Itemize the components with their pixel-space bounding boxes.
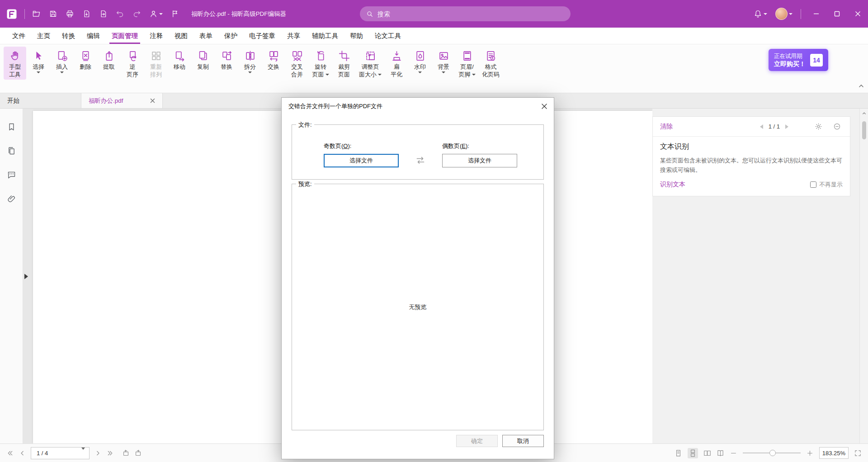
search-box[interactable]	[360, 6, 571, 21]
account-button[interactable]	[774, 7, 793, 21]
reverse-order-icon	[127, 49, 139, 63]
next-page-button[interactable]	[94, 449, 102, 457]
book-view-button[interactable]	[717, 449, 724, 457]
panel-expand-handle[interactable]	[24, 274, 28, 279]
cancel-button[interactable]: 取消	[502, 435, 544, 447]
dont-show-checkbox[interactable]	[810, 181, 816, 188]
tab-start[interactable]: 开始	[0, 93, 81, 108]
ribbon-tool-interleave-merge[interactable]: 交叉 合并	[286, 47, 308, 80]
ribbon-tool-replace[interactable]: 替换	[215, 47, 238, 72]
dialog-titlebar[interactable]: 交错合并文件到一个单独的PDF文件	[282, 98, 554, 115]
open-file-button[interactable]	[31, 9, 42, 19]
menu-item-home[interactable]: 主页	[31, 28, 56, 44]
first-page-button[interactable]	[6, 449, 14, 457]
zoom-level[interactable]: 183.25%	[819, 447, 849, 459]
menu-item-form[interactable]: 表单	[193, 28, 218, 44]
next-page-icon[interactable]	[785, 124, 788, 129]
menu-item-share[interactable]: 共享	[281, 28, 306, 44]
choose-even-file-button[interactable]: 选择文件	[442, 154, 517, 167]
hand-icon	[9, 49, 21, 63]
menu-item-accessibility[interactable]: 辅助工具	[306, 28, 344, 44]
trial-purchase-button[interactable]: 正在试用期 立即购买！ 14	[769, 49, 828, 71]
ribbon-tool-swap[interactable]: 交换	[262, 47, 285, 72]
share-document-button[interactable]	[98, 9, 108, 19]
collapse-card-button[interactable]	[833, 123, 841, 130]
previous-page-button[interactable]	[19, 449, 26, 457]
ribbon-tool-rotate-pages[interactable]: 旋转 页面	[309, 47, 332, 80]
maximize-button[interactable]	[826, 0, 847, 28]
bookmarks-panel-button[interactable]	[7, 122, 16, 132]
vertical-scrollbar[interactable]	[859, 109, 868, 443]
attachments-panel-button[interactable]	[7, 194, 16, 204]
ribbon-tool-flatten[interactable]: 扁 平化	[385, 47, 408, 80]
ribbon-tool-split[interactable]: 拆分	[239, 47, 261, 75]
prev-page-icon[interactable]	[760, 124, 763, 129]
clear-button[interactable]: 清除	[660, 123, 673, 131]
menu-item-edit[interactable]: 编辑	[81, 28, 106, 44]
collapse-ribbon-button[interactable]	[858, 83, 864, 89]
plus-icon	[806, 449, 814, 457]
ribbon-tool-resize-pages[interactable]: 调整页 面大小	[356, 47, 384, 80]
foxit-logo[interactable]	[5, 8, 18, 20]
menu-item-help[interactable]: 帮助	[344, 28, 369, 44]
dialog-close-button[interactable]	[535, 98, 554, 115]
ribbon-tool-duplicate[interactable]: 复制	[192, 47, 214, 72]
menu-item-comment[interactable]: 注释	[144, 28, 169, 44]
ribbon-tool-extract[interactable]: 提取	[98, 47, 120, 72]
menu-item-thesis-tools[interactable]: 论文工具	[369, 28, 407, 44]
membership-button[interactable]	[148, 9, 164, 19]
ribbon-tool-format-page-number[interactable]: 格式 化页码	[479, 47, 502, 80]
export-pdf-button[interactable]	[81, 9, 92, 19]
flag-button[interactable]	[170, 9, 180, 19]
scrollbar-thumb[interactable]	[862, 121, 866, 139]
menu-item-page-management[interactable]: 页面管理	[106, 28, 144, 44]
minimize-button[interactable]	[806, 0, 826, 28]
zoom-slider-thumb[interactable]	[769, 450, 776, 456]
ribbon-tool-delete[interactable]: 删除	[74, 47, 97, 72]
menu-item-convert[interactable]: 转换	[56, 28, 81, 44]
ribbon-tool-watermark[interactable]: 水印	[409, 47, 431, 75]
tab-document[interactable]: 福昕办公.pdf	[81, 93, 163, 108]
close-tab-icon[interactable]	[150, 98, 155, 103]
continuous-view-button[interactable]	[688, 448, 698, 458]
facing-view-button[interactable]	[703, 449, 711, 457]
ribbon-tool-background[interactable]: 背景	[432, 47, 455, 75]
search-input[interactable]	[377, 10, 564, 18]
recognize-text-link[interactable]: 识别文本	[660, 181, 685, 189]
dont-show-again-option[interactable]: 不再显示	[810, 181, 843, 189]
save-button[interactable]	[48, 9, 58, 19]
notifications-button[interactable]	[753, 9, 768, 19]
ribbon-tool-crop-pages[interactable]: 裁剪 页面	[333, 47, 355, 80]
pages-panel-button[interactable]	[7, 146, 16, 156]
select-icon	[33, 49, 45, 63]
zoom-slider[interactable]	[743, 452, 801, 453]
zoom-out-button[interactable]	[730, 449, 737, 457]
comments-panel-button[interactable]	[7, 170, 16, 180]
zoom-in-button[interactable]	[806, 449, 814, 457]
text-recognition-card: 清除 1 / 1	[652, 116, 850, 196]
settings-button[interactable]	[815, 123, 822, 130]
ribbon-tool-insert[interactable]: 插入	[51, 47, 73, 75]
choose-odd-file-button[interactable]: 选择文件	[324, 154, 399, 167]
page-number-combo[interactable]: 1 / 4	[31, 447, 90, 459]
ribbon-tool-move[interactable]: 移动	[168, 47, 191, 72]
menu-item-view[interactable]: 视图	[169, 28, 193, 44]
scroll-up-button[interactable]	[860, 111, 868, 116]
next-view-button[interactable]	[134, 449, 142, 457]
redo-button[interactable]	[132, 9, 142, 19]
close-button[interactable]	[847, 0, 868, 28]
last-page-button[interactable]	[106, 449, 114, 457]
menu-item-protect[interactable]: 保护	[218, 28, 243, 44]
fit-screen-button[interactable]	[854, 449, 862, 457]
ribbon-tool-reverse-order[interactable]: 逆 页序	[121, 47, 144, 80]
previous-view-button[interactable]	[122, 449, 130, 457]
menu-item-file[interactable]: 文件	[6, 28, 31, 44]
ribbon-tool-header-footer[interactable]: 页眉/ 页脚	[456, 47, 478, 80]
divider	[801, 9, 801, 19]
menu-item-esign[interactable]: 电子签章	[243, 28, 281, 44]
ribbon-tool-select[interactable]: 选择	[27, 47, 50, 75]
print-button[interactable]	[65, 9, 75, 19]
single-page-view-button[interactable]	[675, 449, 682, 457]
ribbon-tool-hand[interactable]: 手型 工具	[4, 47, 26, 80]
undo-button[interactable]	[115, 9, 125, 19]
